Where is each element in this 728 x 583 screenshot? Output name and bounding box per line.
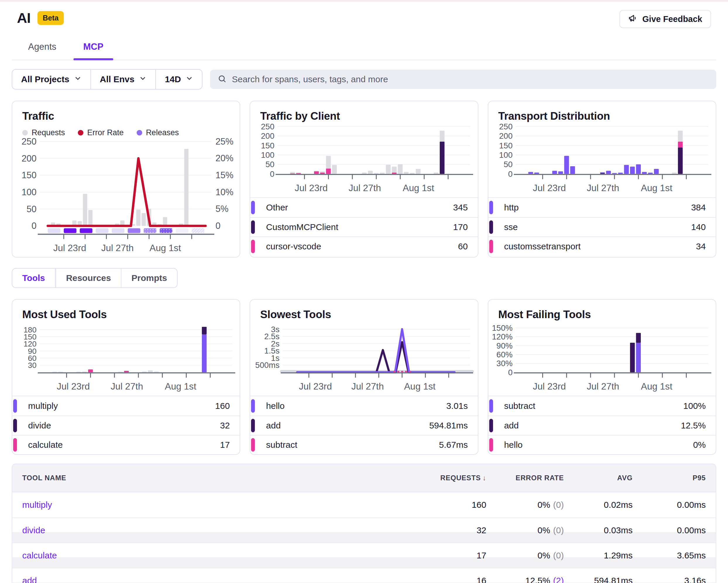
svg-text:Jul 23rd: Jul 23rd [295,183,328,193]
tool-name-link[interactable]: multiply [22,500,405,510]
tab-resources[interactable]: Resources [56,269,121,287]
header: AI Beta Give Feedback [12,10,716,28]
svg-text:50: 50 [265,160,275,169]
requests-cell: 160 [405,500,486,510]
avg-cell: 594.81ms [564,576,633,583]
brand: AI Beta [17,10,64,26]
most-failing-tools-card: Most Failing Tools 030%60%90%120%150%Jul… [488,299,716,455]
transport-distribution-card: Transport Distribution 050100150200250Ju… [488,101,716,257]
legend-color-pill [489,240,493,253]
table-row: add1612.5%(2)594.81ms3.16s [12,568,716,583]
projects-filter-dropdown[interactable]: All Projects [12,70,90,89]
most-failing-tools-chart: 030%60%90%120%150%Jul 23rdJul 27thAug 1s… [488,321,716,396]
col-p95[interactable]: P95 [633,474,706,482]
page: AI Beta Give Feedback Agents MCP All Pro… [0,10,728,583]
svg-text:Jul 27th: Jul 27th [587,183,619,193]
svg-text:250: 250 [22,137,36,147]
svg-text:0: 0 [508,170,512,179]
table-header: TOOL NAME REQUESTS↓ ERROR RATE AVG P95 [12,464,716,492]
svg-text:180: 180 [24,326,36,334]
svg-text:5%: 5% [215,204,228,214]
svg-text:250: 250 [261,122,275,131]
tools-cards-row: Most Used Tools 306090120150180Jul 23rdJ… [12,299,716,455]
search-bar[interactable] [210,70,716,89]
legend-row-sse[interactable]: sse 140 [488,217,716,236]
chart-title: Traffic [22,110,230,122]
legend-row-customssetransport[interactable]: customssetransport 34 [488,236,716,256]
svg-text:Aug 1st: Aug 1st [641,183,672,193]
legend-item-error-rate[interactable]: Error Rate [78,128,124,137]
legend-color-pill [13,419,17,432]
svg-text:30%: 30% [496,359,512,368]
legend-color-pill [13,399,17,413]
main-tabs: Agents MCP [12,37,716,60]
legend-row-calculate[interactable]: calculate 17 [12,435,240,454]
envs-filter-dropdown[interactable]: All Envs [90,70,155,89]
col-tool-name[interactable]: TOOL NAME [22,474,405,482]
svg-text:0: 0 [270,170,275,179]
col-requests[interactable]: REQUESTS↓ [405,474,486,482]
svg-text:Jul 23rd: Jul 23rd [299,381,332,391]
svg-text:150%: 150% [492,323,513,332]
svg-text:Jul 27th: Jul 27th [352,381,384,391]
legend-item-requests[interactable]: Requests [22,128,65,137]
legend-row-multiply[interactable]: multiply 160 [12,396,240,415]
svg-text:10%: 10% [215,187,233,197]
svg-text:0: 0 [215,221,220,231]
svg-text:50: 50 [27,204,36,214]
transport-legend-list: http 384 sse 140 customssetransport 34 [488,197,716,256]
tab-mcp[interactable]: MCP [74,37,113,60]
chart-title: Most Failing Tools [498,308,706,321]
legend-color-pill [489,220,493,234]
legend-row-add[interactable]: add 594.81ms [250,415,477,435]
chart-title: Most Used Tools [22,308,230,321]
transport-distribution-chart: 050100150200250Jul 23rdJul 27thAug 1st [488,122,716,197]
chart-title: Slowest Tools [260,308,468,321]
legend-row-divide[interactable]: divide 32 [12,415,240,435]
svg-text:15%: 15% [215,170,233,180]
tool-name-link[interactable]: add [22,576,405,583]
legend-row-custommcpclient[interactable]: CustomMCPClient 170 [250,217,477,236]
legend-color-pill [13,438,17,452]
table-body: multiply1600%(0)0.02ms0.00msdivide320%(0… [12,492,716,583]
legend-row-add[interactable]: add 12.5% [488,415,716,435]
legend-row-cursor-vscode[interactable]: cursor-vscode 60 [250,236,477,256]
legend-row-other[interactable]: Other 345 [250,198,477,217]
requests-cell: 17 [405,551,486,560]
legend-color-pill [251,399,255,413]
failing-legend-list: subtract 100% add 12.5% hello 0% [488,396,716,454]
svg-text:Jul 27th: Jul 27th [111,381,143,391]
svg-text:50: 50 [503,160,513,169]
tab-tools[interactable]: Tools [12,269,56,287]
legend-color-pill [251,220,255,234]
tab-prompts[interactable]: Prompts [121,269,177,287]
tool-name-link[interactable]: calculate [22,551,405,560]
svg-text:Aug 1st: Aug 1st [403,183,435,193]
legend-color-pill [251,201,255,214]
svg-text:100: 100 [261,150,275,159]
col-error-rate[interactable]: ERROR RATE [486,474,564,482]
svg-text:120%: 120% [492,332,513,341]
svg-text:0: 0 [32,221,36,231]
svg-text:150: 150 [22,170,36,180]
avg-cell: 0.03ms [564,525,633,535]
give-feedback-button[interactable]: Give Feedback [620,10,711,28]
legend-row-subtract[interactable]: subtract 100% [488,396,716,415]
svg-text:0: 0 [508,368,512,377]
tool-name-link[interactable]: divide [22,525,405,535]
legend-row-hello[interactable]: hello 3.01s [250,396,477,415]
entity-tabs: Tools Resources Prompts [12,268,178,288]
tab-agents[interactable]: Agents [18,37,67,60]
legend-color-dot [137,130,142,135]
legend-row-subtract[interactable]: subtract 5.67ms [250,435,477,454]
error-rate-cell: 12.5%(2) [486,576,564,583]
traffic-by-client-chart: 050100150200250Jul 23rdJul 27thAug 1st [250,122,477,197]
legend-row-hello[interactable]: hello 0% [488,435,716,454]
date-range-dropdown[interactable]: 14D [155,70,202,89]
legend-row-http[interactable]: http 384 [488,198,716,217]
legend-color-pill [489,419,493,432]
col-avg[interactable]: AVG [564,474,633,482]
search-input[interactable] [232,74,709,84]
tools-table: TOOL NAME REQUESTS↓ ERROR RATE AVG P95 m… [12,463,716,583]
legend-item-releases[interactable]: Releases [137,128,179,137]
